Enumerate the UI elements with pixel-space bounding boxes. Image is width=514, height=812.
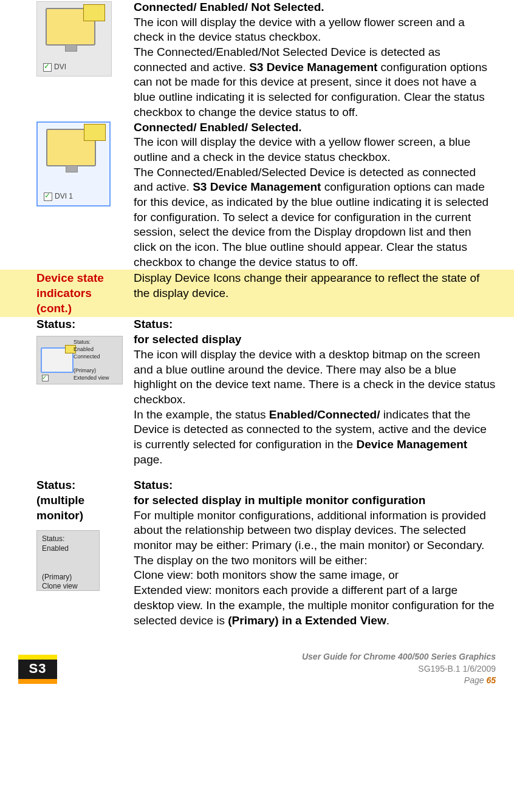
text: Display Device Icons change their appear… [134, 271, 479, 299]
right-col: Connected/ Enabled/ Selected. The icon w… [134, 120, 514, 270]
paragraph: Clone view: both monitors show the same … [134, 568, 496, 583]
page-footer: S3 User Guide for Chrome 400/500 Series … [0, 646, 514, 695]
left-title: Status: [36, 317, 128, 332]
footer-title: User Guide for Chrome 400/500 Series Gra… [64, 651, 496, 663]
section-header-band: Device state indicators (cont.) Display … [0, 270, 514, 317]
logo-text: S3 [29, 660, 47, 678]
checkbox-icon [43, 63, 52, 72]
text: indicators [36, 287, 92, 299]
row-icon-not-selected: DVI Connected/ Enabled/ Not Selected. Th… [0, 0, 514, 120]
text: page. [134, 453, 163, 466]
left-col: Status: Status: Enabled Connected (Prima… [0, 317, 134, 384]
text: (cont.) [36, 302, 72, 315]
icon-caption: DVI 1 [55, 192, 73, 202]
heading: Connected/ Enabled/ Selected. [134, 120, 496, 135]
heading: Connected/ Enabled/ Not Selected. [134, 0, 496, 15]
text-bold: Device Management [356, 438, 467, 451]
text-bold: (Primary) in a Extended View [228, 614, 386, 627]
right-col: Connected/ Enabled/ Not Selected. The ic… [134, 0, 514, 120]
paragraph: The icon will display the device with a … [134, 135, 496, 165]
footer-doc: SG195-B.1 1/6/2009 [64, 663, 496, 675]
page-number: 65 [486, 675, 496, 685]
text: Device state [36, 271, 104, 284]
checkbox-icon [44, 193, 52, 201]
subheading: for selected display in multiple monitor… [134, 493, 496, 508]
device-icon-selected: DVI 1 [36, 121, 111, 206]
row-icon-selected: DVI 1 Connected/ Enabled/ Selected. The … [0, 120, 514, 270]
footer-text: User Guide for Chrome 400/500 Series Gra… [64, 651, 496, 687]
text: In the example, the status [134, 408, 269, 421]
left-col: DVI 1 [0, 120, 134, 209]
left-col: DVI [0, 0, 134, 79]
row-status-multi: Status: (multiple monitor) Status: Enabl… [0, 478, 514, 628]
right-col: Status: for selected display in multiple… [134, 478, 514, 628]
page-label: Page [464, 675, 487, 685]
paragraph: In the example, the status Enabled/Conne… [134, 408, 496, 468]
left-sub: (multiple monitor) [36, 493, 128, 523]
left-col: Status: (multiple monitor) Status: Enabl… [0, 478, 134, 591]
thumbnail-text: Status: Enabled Connected (Primary) Exte… [74, 339, 109, 381]
heading: Status: [134, 478, 496, 493]
status-thumbnail-icon: Status: Enabled Connected (Primary) Exte… [36, 336, 123, 384]
document-page: DVI Connected/ Enabled/ Not Selected. Th… [0, 0, 514, 695]
text-bold: S3 Device Management [249, 61, 377, 73]
paragraph: The Connected/Enabled/Selected Device is… [134, 165, 496, 270]
subheading: for selected display [134, 332, 496, 347]
icon-caption: DVI [54, 63, 66, 72]
paragraph: The Connected/Enabled/Not Selected Devic… [134, 45, 496, 120]
left-title: Status: [36, 478, 128, 493]
device-icon-not-selected: DVI [36, 1, 112, 77]
text-bold: Enabled/Connected/ [269, 408, 380, 421]
paragraph: Extended view: monitors each provide a d… [134, 583, 496, 628]
s3-logo-icon: S3 [18, 655, 57, 684]
paragraph: The icon will display the device with a … [134, 347, 496, 408]
text: configuration options can made for this … [134, 180, 488, 268]
right-col: Status: for selected display The icon wi… [134, 317, 514, 467]
section-left: Device state indicators (cont.) [0, 271, 134, 316]
heading: Status: [134, 317, 496, 332]
row-status-single: Status: Status: Enabled Connected (Prima… [0, 317, 514, 467]
section-right: Display Device Icons change their appear… [134, 271, 514, 316]
text: . [386, 614, 389, 627]
paragraph: For multiple monitor configurations, add… [134, 508, 496, 568]
text-bold: S3 Device Management [193, 180, 321, 193]
paragraph: The icon will display the device with a … [134, 15, 496, 45]
status-box-icon: Status: Enabled (Primary) Clone view [36, 530, 100, 591]
